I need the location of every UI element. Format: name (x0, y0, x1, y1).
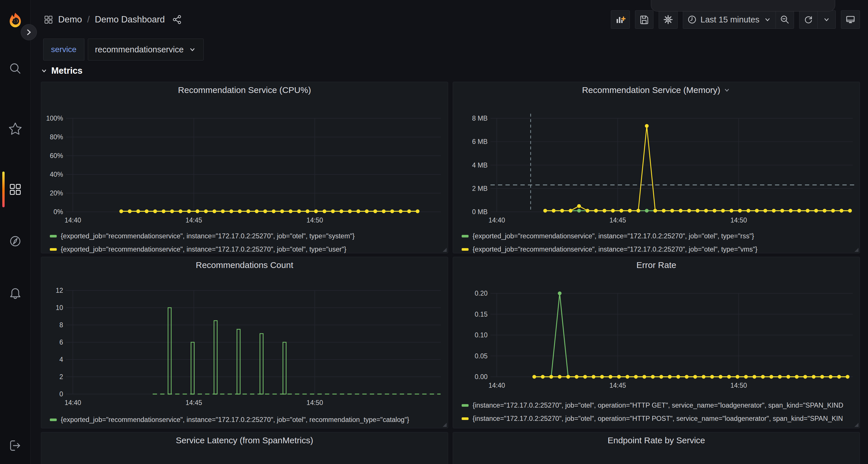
legend-label: {exported_job="recommendationservice", i… (473, 245, 757, 253)
legend-label: {exported_job="recommendationservice", i… (61, 245, 346, 253)
legend-swatch (50, 248, 57, 251)
legend-label: {exported_job="recommendationservice", i… (61, 416, 409, 424)
breadcrumb: Demo / Demo Dashboard (43, 14, 182, 25)
legend-item[interactable]: {exported_job="recommendationservice", i… (50, 243, 443, 253)
zoom-out-icon (780, 15, 790, 25)
svg-text:14:40: 14:40 (489, 217, 505, 224)
panel-title[interactable]: Recommendation Service (CPU%) (41, 82, 448, 98)
grafana-logo-icon (8, 12, 23, 28)
legend-item[interactable]: {exported_job="recommendationservice", i… (50, 229, 443, 243)
refresh-button[interactable] (799, 10, 817, 29)
variable-value-dropdown[interactable]: recommendationservice (88, 39, 204, 61)
sidebar-item-sign-out[interactable] (0, 432, 31, 459)
legend-item[interactable]: {instance="172.17.0.2:25270", job="otel"… (462, 399, 855, 412)
save-dashboard-button[interactable] (635, 10, 653, 29)
chevron-down-icon (764, 15, 772, 24)
panel-title[interactable]: Endpoint Rate by Service (453, 432, 860, 449)
kiosk-mode-button[interactable] (841, 10, 860, 29)
panel-service-latency: Service Latency (from SpanMetrics) (41, 432, 448, 464)
svg-text:0.20: 0.20 (475, 290, 488, 297)
sidebar-expand-button[interactable] (21, 24, 37, 40)
apps-grid-icon (43, 14, 54, 25)
panel-title[interactable]: Recommendations Count (41, 257, 448, 273)
svg-text:10: 10 (56, 304, 63, 311)
panel-title[interactable]: Recommendation Service (Memory) (453, 82, 860, 98)
bell-icon (8, 286, 23, 300)
svg-text:0.10: 0.10 (475, 331, 488, 339)
legend-label: {exported_job="recommendationservice", i… (473, 232, 754, 240)
browser-chrome-overlay (651, 0, 835, 11)
svg-text:14:40: 14:40 (64, 217, 81, 224)
sidebar-item-search[interactable] (0, 55, 31, 82)
chart-cpu[interactable]: 0%20%40%60%80%100%14:4014:4514:50 (46, 98, 444, 228)
legend: {exported_job="recommendationservice", i… (50, 229, 443, 253)
svg-text:0: 0 (59, 390, 63, 398)
svg-text:14:40: 14:40 (64, 399, 81, 406)
zoom-out-time-button[interactable] (776, 10, 794, 29)
svg-text:60%: 60% (50, 152, 63, 160)
time-controls: Last 15 minutes (683, 10, 794, 29)
legend-item[interactable]: {exported_job="recommendationservice", i… (462, 229, 855, 243)
panel-title-text: Service Latency (from SpanMetrics) (176, 435, 313, 445)
sidebar-item-explore[interactable] (0, 227, 31, 255)
svg-text:14:45: 14:45 (609, 217, 626, 224)
panel-title-text: Error Rate (637, 260, 676, 270)
svg-text:6: 6 (59, 338, 63, 346)
svg-text:14:45: 14:45 (185, 399, 202, 406)
svg-text:0%: 0% (54, 208, 63, 216)
panel-memory: Recommendation Service (Memory) 0 MB2 MB… (453, 82, 860, 253)
svg-text:14:40: 14:40 (489, 382, 505, 389)
refresh-interval-dropdown[interactable] (817, 10, 836, 29)
save-icon (639, 15, 649, 25)
time-range-picker[interactable]: Last 15 minutes (683, 10, 776, 29)
template-variables: service recommendationservice (43, 39, 204, 61)
add-panel-icon (615, 14, 625, 25)
legend-item[interactable]: {instance="172.17.0.2:25270", job="otel"… (462, 412, 855, 425)
legend-swatch (462, 248, 469, 251)
add-panel-button[interactable] (611, 10, 630, 29)
svg-text:4 MB: 4 MB (472, 162, 488, 169)
chevron-down-icon (188, 45, 196, 54)
legend-swatch (50, 419, 57, 421)
svg-text:2 MB: 2 MB (472, 185, 488, 192)
legend: {instance="172.17.0.2:25270", job="otel"… (462, 399, 855, 425)
compass-icon (8, 234, 23, 249)
sidebar-item-alerting[interactable] (0, 279, 31, 307)
legend: {exported_job="recommendationservice", i… (50, 413, 443, 426)
sidebar (0, 0, 31, 464)
clock-icon (687, 15, 697, 25)
legend-label: {exported_job="recommendationservice", i… (61, 232, 354, 240)
chevron-down-icon (723, 86, 731, 94)
panel-grid: Recommendation Service (CPU%) 0%20%40%60… (31, 82, 868, 464)
svg-text:8: 8 (59, 321, 63, 329)
active-indicator (2, 171, 5, 207)
dashboard-settings-button[interactable] (659, 10, 678, 29)
legend-swatch (462, 404, 469, 407)
legend-item[interactable]: {exported_job="recommendationservice", i… (50, 413, 443, 426)
panel-title[interactable]: Error Rate (453, 257, 860, 273)
refresh-controls (799, 10, 836, 29)
chart-recommendations[interactable]: 02468101214:4014:4514:50 (46, 273, 444, 411)
svg-text:80%: 80% (50, 133, 63, 141)
legend-item[interactable]: {exported_job="recommendationservice", i… (462, 243, 855, 253)
row-metrics-toggle[interactable]: Metrics (40, 66, 83, 76)
panel-title-text: Recommendation Service (Memory) (582, 85, 720, 95)
svg-text:20%: 20% (50, 189, 63, 197)
chevron-right-icon (24, 27, 34, 37)
breadcrumb-folder[interactable]: Demo (58, 14, 82, 25)
panel-title[interactable]: Service Latency (from SpanMetrics) (41, 432, 448, 449)
svg-text:14:50: 14:50 (730, 382, 747, 389)
panel-endpoint-rate: Endpoint Rate by Service (453, 432, 860, 464)
svg-text:14:50: 14:50 (306, 217, 323, 224)
sign-out-icon (8, 438, 23, 453)
gear-icon (663, 14, 673, 25)
svg-text:40%: 40% (50, 171, 63, 178)
breadcrumb-dashboard-title[interactable]: Demo Dashboard (95, 14, 165, 25)
svg-text:8 MB: 8 MB (472, 114, 488, 122)
variable-label[interactable]: service (43, 39, 84, 61)
chart-error-rate[interactable]: 0.000.050.100.150.2014:4014:4514:50 (458, 273, 856, 397)
sidebar-item-starred[interactable] (0, 115, 31, 143)
chart-memory[interactable]: 0 MB2 MB4 MB6 MB8 MB14:4014:4514:50 (458, 98, 856, 228)
sidebar-item-dashboards[interactable] (0, 175, 31, 203)
share-icon[interactable] (172, 15, 182, 25)
